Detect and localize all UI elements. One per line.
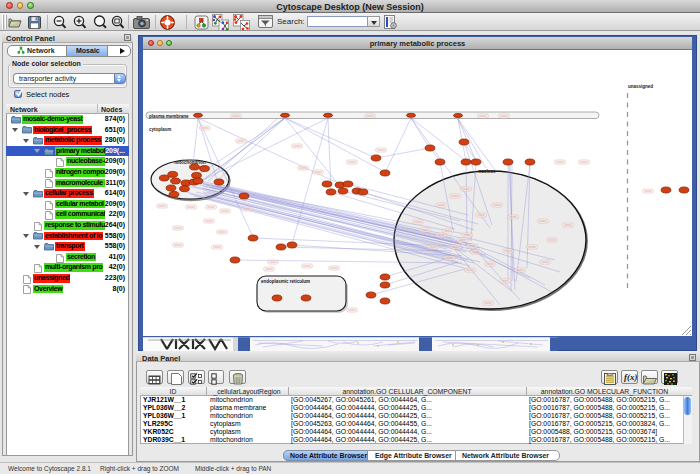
svg-text:mitochondrion: mitochondrion (174, 160, 206, 165)
svg-text:nucleus: nucleus (478, 169, 496, 174)
svg-text:unassigned: unassigned (628, 84, 653, 89)
svg-text:plasma membrane: plasma membrane (149, 114, 189, 119)
svg-text:endoplasmic reticulum: endoplasmic reticulum (261, 279, 310, 284)
svg-text:cytoplasm: cytoplasm (149, 127, 171, 132)
